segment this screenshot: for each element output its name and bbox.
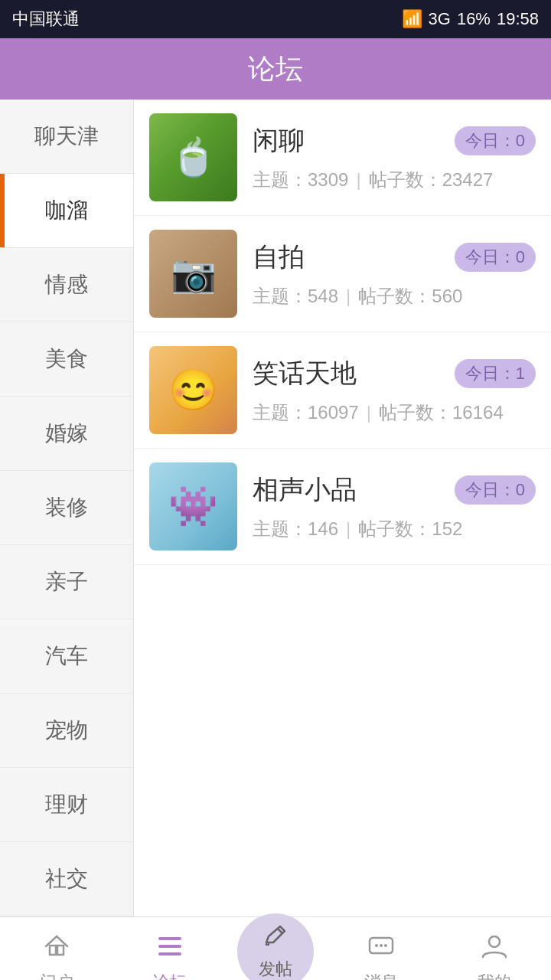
forum-thumb-xiangsheng bbox=[149, 462, 237, 550]
sidebar-item-car[interactable]: 汽车 bbox=[0, 619, 133, 694]
sidebar-item-food[interactable]: 美食 bbox=[0, 322, 133, 397]
forum-list: 闲聊 今日：0 主题：3309 | 帖子数：23427 自拍 今日：0 bbox=[134, 100, 551, 916]
svg-rect-4 bbox=[158, 952, 181, 956]
nav-label-mine: 我的 bbox=[478, 971, 511, 980]
forum-title-row: 相声小品 今日：0 bbox=[253, 472, 536, 508]
status-right: 📶 3G 16% 19:58 bbox=[402, 9, 539, 29]
forum-title-row: 闲聊 今日：0 bbox=[253, 123, 536, 158]
svg-rect-2 bbox=[158, 937, 181, 940]
forum-stats: 主题：146 | 帖子数：152 bbox=[253, 517, 536, 541]
forum-name: 笑话天地 bbox=[253, 356, 357, 391]
camera-thumbnail bbox=[149, 230, 237, 318]
forum-name: 相声小品 bbox=[253, 472, 357, 508]
nav-label-messages: 消息 bbox=[364, 971, 398, 980]
message-icon bbox=[367, 932, 396, 968]
posts-stat: 帖子数：560 bbox=[358, 284, 462, 309]
sidebar-item-emotion[interactable]: 情感 bbox=[0, 248, 133, 322]
nav-item-messages[interactable]: 消息 bbox=[335, 932, 427, 980]
sidebar-item-parenting[interactable]: 亲子 bbox=[0, 545, 133, 619]
nav-label-forum: 论坛 bbox=[153, 971, 187, 980]
forum-info-zipai: 自拍 今日：0 主题：548 | 帖子数：560 bbox=[253, 240, 536, 309]
topics-stat: 主题：3309 bbox=[253, 168, 348, 192]
forum-thumb-xianliao bbox=[149, 113, 237, 201]
forum-info-xianliao: 闲聊 今日：0 主题：3309 | 帖子数：23427 bbox=[253, 123, 536, 192]
sidebar-item-kafei[interactable]: 咖溜 bbox=[0, 174, 133, 248]
forum-item-xianliao[interactable]: 闲聊 今日：0 主题：3309 | 帖子数：23427 bbox=[134, 100, 551, 216]
today-badge: 今日：0 bbox=[455, 126, 536, 155]
topics-stat: 主题：146 bbox=[253, 517, 338, 541]
separator: | bbox=[356, 169, 360, 191]
forum-info-xiangsheng: 相声小品 今日：0 主题：146 | 帖子数：152 bbox=[253, 472, 536, 541]
edit-icon bbox=[262, 923, 289, 955]
separator: | bbox=[346, 286, 350, 307]
forum-stats: 主题：3309 | 帖子数：23427 bbox=[253, 168, 536, 192]
sidebar-label: 美食 bbox=[45, 345, 88, 374]
header: 论坛 bbox=[0, 38, 551, 100]
svg-point-8 bbox=[384, 944, 387, 947]
forum-thumb-zipai bbox=[149, 230, 237, 318]
forum-title-row: 自拍 今日：0 bbox=[253, 240, 536, 275]
sidebar-label: 汽车 bbox=[45, 642, 88, 671]
topics-stat: 主题：16097 bbox=[253, 400, 359, 425]
battery-label: 16% bbox=[457, 9, 491, 29]
sidebar-label: 婚嫁 bbox=[45, 419, 88, 448]
sidebar-label: 理财 bbox=[45, 790, 88, 819]
sidebar-item-pet[interactable]: 宠物 bbox=[0, 694, 133, 768]
sidebar-label: 情感 bbox=[45, 270, 88, 299]
status-bar: 中国联通 📶 3G 16% 19:58 bbox=[0, 0, 551, 38]
nav-label-post: 发帖 bbox=[259, 958, 292, 981]
monster-thumbnail bbox=[149, 462, 237, 550]
nav-item-mine[interactable]: 我的 bbox=[448, 932, 540, 980]
today-badge: 今日：0 bbox=[455, 243, 536, 272]
sidebar-label: 聊天津 bbox=[34, 122, 99, 151]
sidebar-item-marriage[interactable]: 婚嫁 bbox=[0, 397, 133, 471]
svg-rect-3 bbox=[158, 945, 181, 948]
page-title: 论坛 bbox=[248, 51, 303, 88]
svg-point-9 bbox=[489, 936, 500, 947]
posts-stat: 帖子数：16164 bbox=[379, 400, 504, 425]
forum-item-xiangsheng[interactable]: 相声小品 今日：0 主题：146 | 帖子数：152 bbox=[134, 449, 551, 565]
svg-rect-1 bbox=[57, 946, 64, 955]
nav-label-portal: 门户 bbox=[40, 971, 73, 980]
forum-icon bbox=[155, 932, 184, 968]
today-badge: 今日：0 bbox=[455, 475, 536, 505]
forum-info-xiaohua: 笑话天地 今日：1 主题：16097 | 帖子数：16164 bbox=[253, 356, 536, 425]
sidebar: 聊天津 咖溜 情感 美食 婚嫁 装修 亲子 汽车 宠物 理财 社交 bbox=[0, 100, 134, 916]
sidebar-item-finance[interactable]: 理财 bbox=[0, 768, 133, 842]
sidebar-label: 社交 bbox=[45, 864, 88, 893]
sidebar-item-social[interactable]: 社交 bbox=[0, 842, 133, 916]
main-content: 聊天津 咖溜 情感 美食 婚嫁 装修 亲子 汽车 宠物 理财 社交 bbox=[0, 100, 551, 916]
mugs-thumbnail bbox=[149, 346, 237, 434]
svg-rect-0 bbox=[50, 946, 56, 955]
nav-item-portal[interactable]: 门户 bbox=[11, 932, 103, 980]
sidebar-item-chat-tianjin[interactable]: 聊天津 bbox=[0, 100, 133, 174]
forum-title-row: 笑话天地 今日：1 bbox=[253, 356, 536, 391]
wifi-icon: 📶 bbox=[402, 9, 422, 29]
nav-item-post[interactable]: 发帖 bbox=[237, 913, 314, 981]
forum-name: 闲聊 bbox=[253, 123, 305, 158]
svg-point-7 bbox=[380, 944, 383, 947]
bottom-nav: 门户 论坛 发帖 bbox=[0, 916, 551, 980]
today-badge: 今日：1 bbox=[455, 359, 536, 388]
person-icon bbox=[480, 932, 509, 968]
posts-stat: 帖子数：23427 bbox=[369, 168, 494, 192]
svg-point-6 bbox=[375, 944, 378, 947]
nav-item-forum[interactable]: 论坛 bbox=[124, 932, 216, 980]
separator: | bbox=[346, 518, 350, 540]
sidebar-item-decoration[interactable]: 装修 bbox=[0, 471, 133, 545]
forum-item-xiaohua[interactable]: 笑话天地 今日：1 主题：16097 | 帖子数：16164 bbox=[134, 332, 551, 449]
forum-stats: 主题：548 | 帖子数：560 bbox=[253, 284, 536, 309]
time-label: 19:58 bbox=[497, 9, 539, 29]
topics-stat: 主题：548 bbox=[253, 284, 338, 309]
carrier-label: 中国联通 bbox=[12, 8, 80, 31]
signal-label: 3G bbox=[429, 9, 451, 29]
sidebar-label: 宠物 bbox=[45, 716, 88, 745]
separator: | bbox=[367, 402, 371, 423]
tea-thumbnail bbox=[149, 113, 237, 201]
forum-name: 自拍 bbox=[253, 240, 305, 275]
forum-item-zipai[interactable]: 自拍 今日：0 主题：548 | 帖子数：560 bbox=[134, 216, 551, 332]
sidebar-label: 亲子 bbox=[45, 567, 88, 596]
home-icon bbox=[42, 932, 71, 968]
sidebar-label: 装修 bbox=[45, 493, 88, 522]
posts-stat: 帖子数：152 bbox=[358, 517, 462, 541]
